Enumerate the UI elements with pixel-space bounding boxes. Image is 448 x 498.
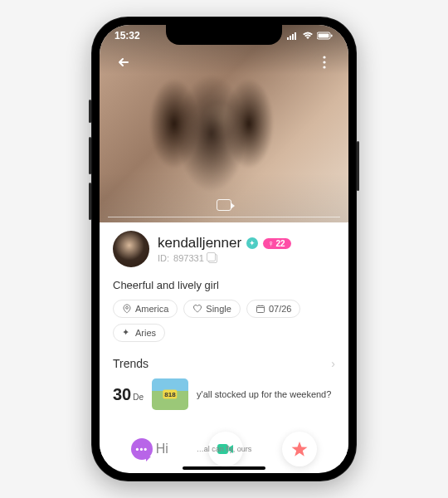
zodiac-icon: ✦ (122, 328, 132, 338)
calendar-icon (256, 304, 265, 314)
wifi-icon (302, 32, 314, 40)
say-hi-button[interactable]: ••• Hi (131, 438, 168, 460)
chip-relationship[interactable]: Single (183, 300, 241, 318)
home-indicator[interactable] (183, 466, 265, 470)
trend-date: 30 De (113, 385, 144, 404)
svg-rect-6 (331, 35, 333, 37)
chat-icon: ••• (131, 438, 153, 460)
chip-location[interactable]: America (113, 300, 178, 318)
svg-rect-1 (290, 36, 291, 40)
trend-text: y'all stocked up for the weekend? (197, 388, 331, 400)
copy-id-button[interactable] (208, 254, 217, 263)
trend-thumbnail (152, 378, 188, 410)
trend-item[interactable]: 30 De y'all stocked up for the weekend? (113, 378, 335, 410)
pin-icon (122, 304, 132, 314)
story-progress (108, 217, 340, 218)
bio-text: Cheerful and lively girl (113, 279, 335, 291)
svg-point-9 (323, 66, 325, 68)
id-value: 897331 (173, 253, 204, 263)
svg-rect-0 (287, 37, 289, 40)
verified-badge-icon: ✦ (246, 237, 258, 249)
username: kendalljenner (158, 235, 241, 251)
status-time: 15:32 (114, 30, 140, 42)
svg-rect-3 (295, 32, 296, 40)
svg-rect-2 (292, 34, 294, 40)
video-icon (217, 199, 231, 211)
battery-icon (317, 32, 334, 40)
favorite-button[interactable] (282, 432, 317, 466)
trends-title: Trends (113, 357, 149, 370)
age-badge: ♀ 22 (263, 238, 290, 249)
id-label: ID: (158, 253, 169, 263)
chip-birthday[interactable]: 07/26 (246, 300, 301, 318)
back-button[interactable] (111, 50, 136, 75)
signal-icon (287, 32, 299, 40)
svg-rect-5 (319, 34, 329, 38)
chip-zodiac[interactable]: ✦ Aries (113, 324, 165, 342)
chevron-right-icon: › (331, 357, 335, 370)
svg-rect-10 (256, 306, 264, 313)
more-button[interactable] (312, 50, 337, 75)
female-icon: ♀ (267, 239, 274, 248)
trends-section-button[interactable]: Trends › (113, 357, 335, 370)
overflow-caption: …al can fly, ours (197, 445, 251, 453)
svg-point-8 (323, 61, 325, 63)
profile-hero-image: 15:32 (100, 25, 348, 222)
svg-point-7 (323, 56, 325, 58)
avatar[interactable] (113, 231, 149, 267)
heart-icon (192, 304, 202, 314)
